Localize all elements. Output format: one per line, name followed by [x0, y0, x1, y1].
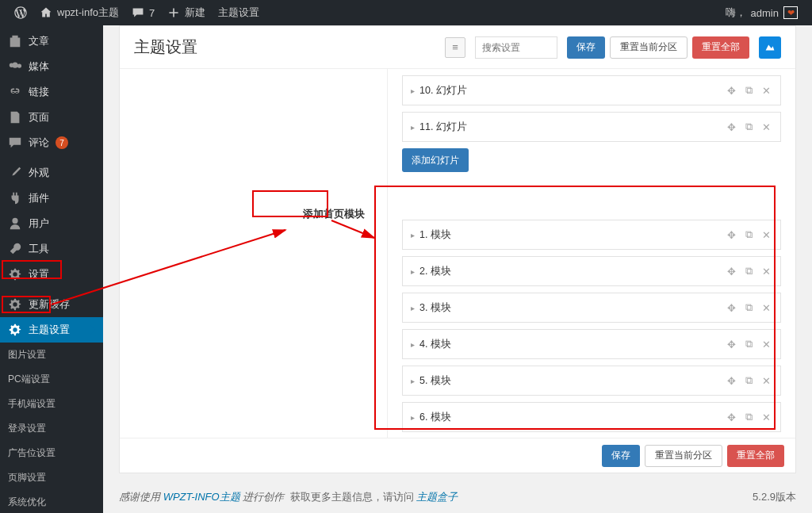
move-icon[interactable]: ✥ [725, 301, 737, 314]
move-icon[interactable]: ✥ [725, 121, 737, 133]
chevron-right-icon: ▸ [411, 231, 415, 239]
move-icon[interactable]: ✥ [725, 374, 737, 387]
module-row[interactable]: ▸3. 模块✥⧉✕ [402, 293, 781, 323]
section-title: 添加首页模块 [120, 196, 387, 232]
main-content: 主题设置 ≡ 保存 重置当前分区 重置全部 添加首页模块 [103, 25, 812, 513]
module-row[interactable]: ▸4. 模块✥⧉✕ [402, 329, 781, 359]
slide-row[interactable]: ▸ 10. 幻灯片 ✥⧉✕ [402, 75, 781, 105]
nav-pages[interactable]: 页面 [0, 105, 103, 130]
copy-icon[interactable]: ⧉ [742, 338, 755, 350]
close-icon[interactable]: ✕ [760, 374, 772, 387]
page-title: 主题设置 [134, 36, 445, 58]
move-icon[interactable]: ✥ [725, 265, 737, 278]
comment-count-badge: 7 [56, 136, 68, 149]
reset-section-button-top[interactable]: 重置当前分区 [610, 36, 688, 59]
nav-settings[interactable]: 设置 [0, 262, 103, 287]
module-row[interactable]: ▸6. 模块✥⧉✕ [402, 402, 781, 432]
home-icon [40, 6, 52, 19]
brand-logo [759, 36, 781, 59]
user-account[interactable]: 嗨，admin ❤ [719, 0, 804, 25]
add-slide-button[interactable]: 添加幻灯片 [402, 148, 469, 172]
close-icon[interactable]: ✕ [760, 121, 772, 133]
copy-icon[interactable]: ⧉ [742, 301, 755, 314]
subnav-ads[interactable]: 广告位设置 [0, 441, 103, 465]
module-row[interactable]: ▸1. 模块✥⧉✕ [402, 220, 781, 250]
nav-posts[interactable]: 文章 [0, 29, 103, 54]
chevron-right-icon: ▸ [411, 86, 415, 95]
avatar: ❤ [783, 6, 798, 19]
copy-icon[interactable]: ⧉ [742, 228, 755, 241]
nav-links[interactable]: 链接 [0, 79, 103, 105]
theme-box-link[interactable]: 主题盒子 [416, 490, 458, 504]
module-row[interactable]: ▸5. 模块✥⧉✕ [402, 366, 781, 396]
settings-panel: 主题设置 ≡ 保存 重置当前分区 重置全部 添加首页模块 [119, 25, 796, 473]
copy-icon[interactable]: ⧉ [742, 374, 755, 387]
toggle-view-button[interactable]: ≡ [445, 37, 465, 58]
nav-appearance[interactable]: 外观 [0, 160, 103, 186]
chevron-right-icon: ▸ [411, 123, 415, 132]
reset-all-button-bottom[interactable]: 重置全部 [727, 445, 784, 467]
subnav-login[interactable]: 登录设置 [0, 416, 103, 441]
close-icon[interactable]: ✕ [760, 301, 772, 314]
move-icon[interactable]: ✥ [725, 338, 737, 350]
close-icon[interactable]: ✕ [760, 265, 772, 278]
copy-icon[interactable]: ⧉ [742, 121, 755, 133]
subnav-optimize[interactable]: 系统优化 [0, 490, 103, 513]
module-row[interactable]: ▸2. 模块✥⧉✕ [402, 256, 781, 286]
reset-section-button-bottom[interactable]: 重置当前分区 [645, 445, 722, 467]
move-icon[interactable]: ✥ [725, 228, 737, 241]
subnav-mobile[interactable]: 手机端设置 [0, 392, 103, 416]
site-home-link[interactable]: wpzt-info主题 [33, 0, 125, 25]
fields-col: ▸ 10. 幻灯片 ✥⧉✕ ▸ 11. 幻灯片 ✥⧉✕ 添加幻灯片 ▸1. 模块… [388, 69, 795, 438]
panel-footer: 保存 重置当前分区 重置全部 [120, 438, 795, 473]
section-label-col: 添加首页模块 [120, 69, 388, 438]
chevron-right-icon: ▸ [411, 267, 415, 276]
comments-link[interactable]: 7 [125, 0, 161, 25]
wp-logo[interactable] [8, 0, 33, 25]
close-icon[interactable]: ✕ [760, 84, 772, 97]
nav-theme-settings[interactable]: 主题设置 [0, 317, 103, 343]
subnav-footer[interactable]: 页脚设置 [0, 465, 103, 490]
version-label: 5.2.9版本 [753, 490, 796, 504]
subnav-pc[interactable]: PC端设置 [0, 367, 103, 392]
copy-icon[interactable]: ⧉ [742, 411, 755, 423]
nav-tools[interactable]: 工具 [0, 236, 103, 262]
nav-media[interactable]: 媒体 [0, 54, 103, 79]
footer-credits: 感谢使用 WPZT-INFO主题 进行创作 获取更多主题信息，请访问 主题盒子 … [103, 481, 812, 513]
nav-users[interactable]: 用户 [0, 211, 103, 236]
move-icon[interactable]: ✥ [725, 84, 737, 97]
admin-sidebar: 文章 媒体 链接 页面 评论7 外观 插件 用户 工具 设置 更新缓存 主题设置… [0, 25, 103, 513]
save-button-bottom[interactable]: 保存 [602, 445, 640, 467]
slide-row[interactable]: ▸ 11. 幻灯片 ✥⧉✕ [402, 112, 781, 142]
close-icon[interactable]: ✕ [760, 338, 772, 350]
panel-header: 主题设置 ≡ 保存 重置当前分区 重置全部 [120, 26, 795, 69]
nav-plugins[interactable]: 插件 [0, 186, 103, 211]
save-button-top[interactable]: 保存 [567, 36, 605, 59]
move-icon[interactable]: ✥ [725, 411, 737, 423]
chevron-right-icon: ▸ [411, 340, 415, 349]
nav-comments[interactable]: 评论7 [0, 130, 103, 155]
plus-icon [167, 6, 180, 19]
copy-icon[interactable]: ⧉ [742, 265, 755, 278]
admin-bar: wpzt-info主题 7 新建 主题设置 嗨，admin ❤ [0, 0, 812, 25]
theme-settings-link[interactable]: 主题设置 [212, 0, 266, 25]
subnav-image[interactable]: 图片设置 [0, 343, 103, 367]
reset-all-button-top[interactable]: 重置全部 [692, 36, 749, 59]
chevron-right-icon: ▸ [411, 413, 415, 422]
nav-refresh-cache[interactable]: 更新缓存 [0, 292, 103, 317]
chevron-right-icon: ▸ [411, 304, 415, 312]
chevron-right-icon: ▸ [411, 377, 415, 385]
close-icon[interactable]: ✕ [760, 228, 772, 241]
copy-icon[interactable]: ⧉ [742, 84, 755, 97]
close-icon[interactable]: ✕ [760, 411, 772, 423]
theme-link[interactable]: WPZT-INFO主题 [163, 490, 240, 504]
comment-icon [132, 6, 144, 19]
add-new-link[interactable]: 新建 [161, 0, 212, 25]
search-input[interactable] [475, 36, 557, 59]
